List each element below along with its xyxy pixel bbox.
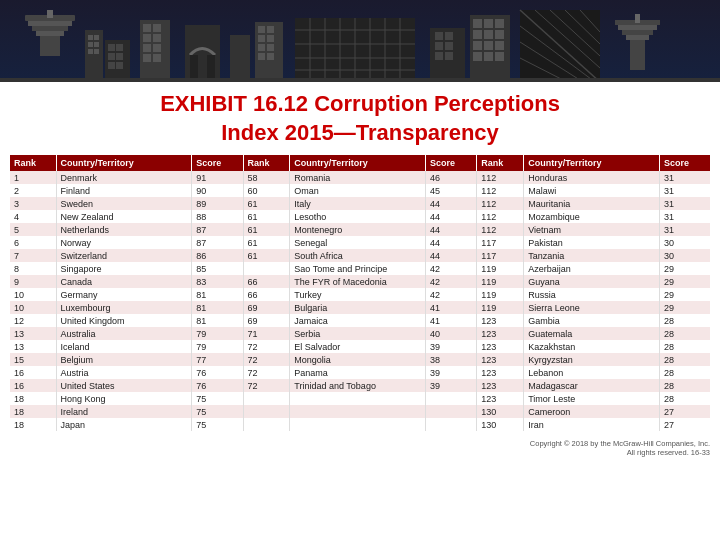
country-cell: Hong Kong [56, 392, 192, 405]
svg-rect-86 [618, 25, 657, 30]
country-cell: Iceland [56, 340, 192, 353]
score-cell: 39 [426, 366, 477, 379]
score-cell: 27 [659, 405, 710, 418]
rank-cell: 61 [243, 197, 290, 210]
country-cell: Sao Tome and Principe [290, 262, 426, 275]
copyright-section: Copyright © 2018 by the McGraw-Hill Comp… [0, 435, 720, 459]
table-row: 2 Finland 90 60 Oman 45 112 Malawi 31 [10, 184, 710, 197]
country-cell: Kyrgyzstan [524, 353, 660, 366]
country-cell: Jamaica [290, 314, 426, 327]
rank-cell: 2 [10, 184, 56, 197]
rank-cell: 16 [10, 366, 56, 379]
country-cell: Montenegro [290, 223, 426, 236]
country-cell: Timor Leste [524, 392, 660, 405]
rank-cell: 123 [477, 366, 524, 379]
score-cell: 28 [659, 327, 710, 340]
country-cell [290, 418, 426, 431]
svg-rect-71 [484, 41, 493, 50]
svg-rect-68 [484, 30, 493, 39]
col-score-1: Score [192, 155, 243, 171]
rank-cell: 112 [477, 171, 524, 184]
rank-cell: 1 [10, 171, 56, 184]
rank-cell: 119 [477, 301, 524, 314]
score-cell: 89 [192, 197, 243, 210]
svg-rect-33 [207, 55, 215, 82]
country-cell: Switzerland [56, 249, 192, 262]
col-rank-1: Rank [10, 155, 56, 171]
country-cell: Bulgaria [290, 301, 426, 314]
score-cell: 44 [426, 249, 477, 262]
country-cell: Austria [56, 366, 192, 379]
rank-cell: 123 [477, 327, 524, 340]
score-cell: 28 [659, 366, 710, 379]
score-cell: 39 [426, 379, 477, 392]
country-cell: Iran [524, 418, 660, 431]
score-cell: 38 [426, 353, 477, 366]
score-cell: 44 [426, 197, 477, 210]
svg-rect-21 [116, 62, 123, 69]
svg-rect-90 [635, 14, 640, 23]
rank-cell: 12 [10, 314, 56, 327]
rank-cell: 69 [243, 314, 290, 327]
svg-rect-70 [473, 41, 482, 50]
rank-cell: 123 [477, 340, 524, 353]
country-cell: Lesotho [290, 210, 426, 223]
score-cell: 28 [659, 340, 710, 353]
country-cell: Malawi [524, 184, 660, 197]
svg-rect-25 [143, 34, 151, 42]
rank-cell: 112 [477, 223, 524, 236]
country-cell: Russia [524, 288, 660, 301]
rank-cell: 119 [477, 275, 524, 288]
corruption-table: Rank Country/Territory Score Rank Countr… [10, 155, 710, 431]
rank-cell: 119 [477, 288, 524, 301]
country-cell: Sweden [56, 197, 192, 210]
svg-rect-32 [190, 55, 198, 82]
score-cell: 28 [659, 314, 710, 327]
score-cell: 44 [426, 236, 477, 249]
svg-rect-34 [230, 35, 250, 82]
rank-cell: 123 [477, 314, 524, 327]
country-cell: Panama [290, 366, 426, 379]
rank-cell: 123 [477, 379, 524, 392]
exhibit-title: EXHIBIT 16.12 Corruption Perceptions Ind… [20, 90, 700, 147]
rank-cell: 13 [10, 340, 56, 353]
score-cell: 28 [659, 379, 710, 392]
svg-rect-11 [88, 42, 93, 47]
svg-rect-26 [153, 34, 161, 42]
score-cell: 86 [192, 249, 243, 262]
country-cell: Guyana [524, 275, 660, 288]
rank-cell: 112 [477, 197, 524, 210]
score-cell: 29 [659, 262, 710, 275]
svg-rect-88 [626, 35, 649, 40]
country-cell: Netherlands [56, 223, 192, 236]
country-cell: Denmark [56, 171, 192, 184]
rank-cell: 119 [477, 262, 524, 275]
rank-cell [243, 405, 290, 418]
country-cell: El Salvador [290, 340, 426, 353]
col-country-3: Country/Territory [524, 155, 660, 171]
country-cell: Sierra Leone [524, 301, 660, 314]
rank-cell: 9 [10, 275, 56, 288]
table-row: 16 Austria 76 72 Panama 39 123 Lebanon 2… [10, 366, 710, 379]
score-cell: 79 [192, 340, 243, 353]
country-cell: United Kingdom [56, 314, 192, 327]
score-cell: 29 [659, 275, 710, 288]
col-rank-2: Rank [243, 155, 290, 171]
country-cell: The FYR of Macedonia [290, 275, 426, 288]
svg-rect-27 [143, 44, 151, 52]
rank-cell: 61 [243, 210, 290, 223]
svg-rect-89 [630, 40, 645, 70]
svg-rect-61 [435, 52, 443, 60]
rank-cell: 130 [477, 405, 524, 418]
rank-cell: 61 [243, 223, 290, 236]
score-cell: 31 [659, 210, 710, 223]
svg-rect-37 [267, 26, 274, 33]
title-line1: EXHIBIT 16.12 Corruption Perceptions [160, 91, 560, 116]
score-cell: 90 [192, 184, 243, 197]
svg-rect-17 [116, 44, 123, 51]
score-cell: 42 [426, 262, 477, 275]
svg-rect-60 [445, 42, 453, 50]
svg-rect-13 [88, 49, 93, 54]
score-cell: 91 [192, 171, 243, 184]
table-row: 8 Singapore 85 Sao Tome and Principe 42 … [10, 262, 710, 275]
